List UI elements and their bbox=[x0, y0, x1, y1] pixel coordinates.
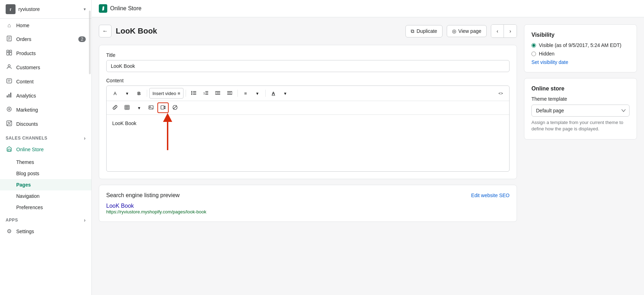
sidebar-item-content[interactable]: Content bbox=[0, 75, 91, 89]
video-button[interactable] bbox=[157, 102, 169, 113]
content-card: Title Content A ▾ B bbox=[99, 45, 517, 179]
title-label: Title bbox=[106, 52, 510, 58]
back-button[interactable]: ← bbox=[99, 25, 112, 37]
align-dropdown-button[interactable]: ▾ bbox=[252, 88, 263, 99]
store-selector[interactable]: r ryviustore ▾ bbox=[0, 0, 91, 19]
visibility-card: Visibility Visible (as of 9/5/2017, 5:24… bbox=[524, 24, 637, 72]
next-page-button[interactable]: › bbox=[504, 25, 517, 37]
sidebar-sub-item-navigation[interactable]: Navigation bbox=[0, 190, 91, 202]
indent-left-button[interactable] bbox=[212, 88, 223, 99]
toolbar-divider-2 bbox=[186, 90, 186, 97]
right-sidebar: Visibility Visible (as of 9/5/2017, 5:24… bbox=[524, 24, 637, 288]
duplicate-icon: ⧉ bbox=[411, 28, 414, 34]
table-icon bbox=[125, 105, 130, 111]
analytics-icon bbox=[6, 92, 13, 99]
svg-point-21 bbox=[191, 91, 192, 92]
editor-body-wrapper: LooK Book bbox=[107, 115, 509, 171]
store-name: ryviustore bbox=[18, 6, 81, 12]
duplicate-button[interactable]: ⧉ Duplicate bbox=[405, 25, 442, 37]
remove-format-button[interactable] bbox=[169, 102, 181, 113]
sidebar-item-products[interactable]: Products bbox=[0, 46, 91, 60]
sidebar-item-marketing[interactable]: Marketing bbox=[0, 103, 91, 117]
font-size-button[interactable]: A bbox=[109, 88, 121, 99]
view-page-button[interactable]: ◎ View page bbox=[447, 25, 487, 37]
visible-radio[interactable] bbox=[531, 43, 536, 48]
sidebar-sub-item-pages[interactable]: Pages bbox=[0, 179, 91, 190]
editor-body[interactable]: LooK Book bbox=[107, 115, 509, 171]
source-code-button[interactable]: <> bbox=[495, 88, 506, 99]
set-date-link[interactable]: Set visibility date bbox=[531, 59, 630, 65]
title-input[interactable] bbox=[106, 60, 510, 72]
seo-card: Search engine listing preview Edit websi… bbox=[99, 185, 517, 222]
sidebar-sub-item-themes[interactable]: Themes bbox=[0, 157, 91, 168]
link-button[interactable] bbox=[109, 102, 121, 113]
sidebar-item-label: Orders bbox=[16, 36, 31, 42]
indent-right-icon bbox=[227, 91, 232, 96]
insert-video-button[interactable]: Insert video ≡ bbox=[149, 88, 183, 99]
image-button[interactable] bbox=[145, 102, 157, 113]
svg-marker-38 bbox=[231, 92, 232, 94]
sidebar-item-customers[interactable]: Customers bbox=[0, 60, 91, 75]
discounts-icon bbox=[6, 120, 13, 128]
prev-page-button[interactable]: ‹ bbox=[491, 25, 504, 37]
sidebar-item-label: Products bbox=[16, 51, 36, 56]
source-code-icon: <> bbox=[499, 91, 503, 95]
unordered-list-icon bbox=[191, 91, 196, 96]
duplicate-label: Duplicate bbox=[416, 28, 437, 34]
align-button[interactable]: ≡ bbox=[240, 88, 251, 99]
sidebar-item-analytics[interactable]: Analytics bbox=[0, 89, 91, 103]
toolbar-divider-4 bbox=[265, 90, 266, 97]
font-dropdown-button[interactable]: ▾ bbox=[121, 88, 133, 99]
page-main: ← LooK Book ⧉ Duplicate ◎ View page ‹ bbox=[99, 24, 517, 288]
sidebar-item-online-store[interactable]: Online Store bbox=[0, 142, 91, 157]
seo-section-label: Search engine listing preview bbox=[106, 192, 180, 199]
image-icon bbox=[149, 105, 154, 111]
home-icon: ⌂ bbox=[6, 22, 13, 29]
indent-left-icon bbox=[215, 91, 220, 96]
ordered-list-button[interactable]: 1. bbox=[200, 88, 211, 99]
text-color-button[interactable]: A bbox=[268, 88, 279, 99]
page-nav-arrows: ‹ › bbox=[491, 24, 517, 38]
customers-icon bbox=[6, 64, 13, 71]
marketing-icon bbox=[6, 106, 13, 113]
bold-icon: B bbox=[137, 91, 140, 96]
indent-right-button[interactable] bbox=[224, 88, 235, 99]
svg-point-25 bbox=[191, 94, 192, 95]
table-button[interactable] bbox=[121, 102, 133, 113]
sales-channels-label: Sales channels › bbox=[0, 131, 91, 142]
svg-point-23 bbox=[191, 92, 192, 93]
page-area: ← LooK Book ⧉ Duplicate ◎ View page ‹ bbox=[92, 17, 644, 295]
svg-point-17 bbox=[8, 122, 9, 123]
chevron-down-icon: ▾ bbox=[126, 91, 128, 96]
unordered-list-button[interactable] bbox=[188, 88, 199, 99]
hidden-radio[interactable] bbox=[531, 52, 536, 56]
view-page-label: View page bbox=[458, 28, 481, 34]
theme-template-select[interactable]: Default page bbox=[531, 105, 630, 117]
topbar-title: Online Store bbox=[110, 5, 142, 12]
edit-seo-link[interactable]: Edit website SEO bbox=[471, 193, 510, 198]
toolbar-divider-1 bbox=[147, 90, 147, 97]
page-title: LooK Book bbox=[116, 26, 157, 36]
seo-header: Search engine listing preview Edit websi… bbox=[106, 192, 510, 199]
font-size-icon: A bbox=[114, 91, 117, 96]
sidebar-sub-item-preferences[interactable]: Preferences bbox=[0, 202, 91, 213]
sidebar-item-discounts[interactable]: Discounts bbox=[0, 117, 91, 131]
online-store-title: Online store bbox=[531, 85, 630, 92]
sidebar-item-settings[interactable]: ⚙ Settings bbox=[0, 224, 91, 238]
svg-rect-20 bbox=[8, 149, 10, 151]
sidebar-item-home[interactable]: ⌂ Home bbox=[0, 19, 91, 32]
theme-template-label: Theme template bbox=[531, 96, 630, 102]
bold-button[interactable]: B bbox=[133, 88, 145, 99]
svg-rect-5 bbox=[10, 52, 12, 55]
svg-rect-46 bbox=[161, 106, 164, 109]
content-label: Content bbox=[106, 78, 510, 83]
text-color-dropdown-button[interactable]: ▾ bbox=[280, 88, 291, 99]
svg-rect-6 bbox=[7, 50, 9, 52]
editor-toolbar-row2: ▾ bbox=[107, 101, 509, 115]
svg-rect-9 bbox=[7, 79, 12, 83]
sidebar-item-orders[interactable]: Orders 2 bbox=[0, 32, 91, 46]
products-icon bbox=[6, 50, 13, 57]
hidden-option: Hidden bbox=[531, 51, 630, 57]
table-dropdown-button[interactable]: ▾ bbox=[133, 102, 145, 113]
sidebar-sub-item-blog-posts[interactable]: Blog posts bbox=[0, 168, 91, 179]
